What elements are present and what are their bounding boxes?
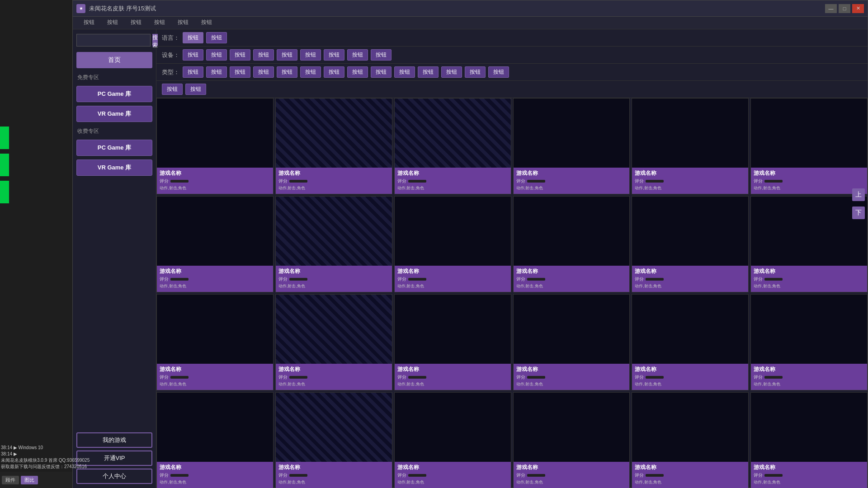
profile-button[interactable]: 个人中心	[76, 469, 152, 484]
free-pc-button[interactable]: PC Game 库	[76, 86, 152, 102]
type-btn-11[interactable]: 按钮	[418, 66, 439, 78]
game-rating-bar	[408, 474, 426, 477]
device-btn-8[interactable]: 按钮	[347, 49, 368, 61]
game-info: 游戏名称评分动作,射击,角色	[514, 168, 630, 194]
home-button[interactable]: 首页	[76, 52, 152, 68]
device-btn-1[interactable]: 按钮	[183, 49, 203, 61]
nav-tab-1[interactable]: 按钮	[78, 18, 100, 28]
type-btn-6[interactable]: 按钮	[300, 66, 321, 78]
game-info: 游戏名称评分动作,射击,角色	[157, 266, 273, 292]
nav-tab-3[interactable]: 按钮	[125, 18, 147, 28]
game-info: 游戏名称评分动作,射击,角色	[157, 462, 273, 488]
game-cell[interactable]: 游戏名称评分动作,射击,角色	[275, 294, 392, 390]
game-cell[interactable]: 游戏名称评分动作,射击,角色	[275, 98, 392, 194]
game-cell[interactable]: 游戏名称评分动作,射击,角色	[394, 196, 511, 292]
type-btn-14[interactable]: 按钮	[488, 66, 509, 78]
device-btn-4[interactable]: 按钮	[253, 49, 274, 61]
game-rating-label: 评分	[635, 276, 644, 282]
device-btn-7[interactable]: 按钮	[324, 49, 344, 61]
game-cell[interactable]: 游戏名称评分动作,射击,角色	[156, 196, 274, 292]
game-cell[interactable]: 游戏名称评分动作,射击,角色	[750, 294, 868, 390]
lang-btn-1[interactable]: 按钮	[183, 32, 203, 43]
game-cell[interactable]: 游戏名称评分动作,射击,角色	[513, 98, 630, 194]
game-thumbnail	[276, 393, 392, 462]
type-btn-extra-1[interactable]: 按钮	[162, 84, 183, 95]
game-thumbnail	[276, 295, 392, 364]
game-cell[interactable]: 游戏名称评分动作,射击,角色	[513, 392, 630, 488]
type-btn-13[interactable]: 按钮	[465, 66, 486, 78]
game-rating-row: 评分	[516, 374, 627, 380]
game-rating-row: 评分	[635, 276, 745, 282]
game-thumbnail	[632, 99, 748, 168]
lang-btn-2[interactable]: 按钮	[206, 32, 227, 43]
type-btn-2[interactable]: 按钮	[206, 66, 227, 78]
game-rating-bar	[170, 180, 189, 183]
type-btn-5[interactable]: 按钮	[277, 66, 297, 78]
game-cell[interactable]: 游戏名称评分动作,射击,角色	[632, 196, 749, 292]
device-btn-2[interactable]: 按钮	[206, 49, 227, 61]
type-btn-3[interactable]: 按钮	[230, 66, 250, 78]
game-tags: 动作,射击,角色	[397, 185, 508, 191]
game-info: 游戏名称评分动作,射击,角色	[632, 462, 748, 488]
device-btn-3[interactable]: 按钮	[230, 49, 250, 61]
paid-vr-button[interactable]: VR Game 库	[76, 160, 152, 176]
time-2: 38:14 ▶	[1, 451, 90, 457]
nav-tab-5[interactable]: 按钮	[172, 18, 194, 28]
game-rating-row: 评分	[754, 472, 864, 479]
game-rating-bar	[408, 278, 426, 281]
maximize-button[interactable]: □	[839, 4, 850, 13]
type-btn-7[interactable]: 按钮	[324, 66, 344, 78]
game-title: 游戏名称	[635, 464, 745, 471]
game-cell[interactable]: 游戏名称评分动作,射击,角色	[632, 294, 749, 390]
game-cell[interactable]: 游戏名称评分动作,射击,角色	[394, 98, 511, 194]
game-tags: 动作,射击,角色	[278, 185, 389, 191]
game-thumbnail	[514, 197, 630, 266]
game-cell[interactable]: 游戏名称评分动作,射击,角色	[750, 98, 868, 194]
game-cell[interactable]: 游戏名称评分动作,射击,角色	[513, 294, 630, 390]
type-btn-1[interactable]: 按钮	[183, 66, 203, 78]
game-cell[interactable]: 游戏名称评分动作,射击,角色	[513, 196, 630, 292]
taskbar-item-1[interactable]: 顾件	[2, 476, 19, 484]
search-input[interactable]	[76, 34, 151, 47]
nav-tab-2[interactable]: 按钮	[102, 18, 123, 28]
type-filter-row-2: 按钮 按钮	[156, 81, 868, 98]
game-cell[interactable]: 游戏名称评分动作,射击,角色	[275, 196, 392, 292]
game-thumbnail	[395, 295, 511, 364]
device-btn-6[interactable]: 按钮	[300, 49, 321, 61]
type-btn-12[interactable]: 按钮	[441, 66, 462, 78]
game-tags: 动作,射击,角色	[635, 185, 745, 191]
paid-pc-button[interactable]: PC Game 库	[76, 140, 152, 156]
type-btn-9[interactable]: 按钮	[371, 66, 392, 78]
game-tags: 动作,射击,角色	[635, 381, 745, 387]
game-cell[interactable]: 游戏名称评分动作,射击,角色	[156, 98, 274, 194]
game-rating-label: 评分	[635, 178, 644, 184]
game-cell[interactable]: 游戏名称评分动作,射击,角色	[394, 392, 511, 488]
game-cell[interactable]: 游戏名称评分动作,射击,角色	[632, 98, 749, 194]
game-cell[interactable]: 游戏名称评分动作,射击,角色	[275, 392, 392, 488]
game-cell[interactable]: 游戏名称评分动作,射击,角色	[394, 294, 511, 390]
nav-tab-4[interactable]: 按钮	[149, 18, 170, 28]
type-btn-10[interactable]: 按钮	[394, 66, 415, 78]
minimize-button[interactable]: —	[825, 4, 837, 13]
free-vr-button[interactable]: VR Game 库	[76, 106, 152, 122]
device-btn-5[interactable]: 按钮	[277, 49, 297, 61]
type-btn-extra-2[interactable]: 按钮	[185, 84, 206, 95]
game-cell[interactable]: 游戏名称评分动作,射击,角色	[750, 196, 868, 292]
game-cell[interactable]: 游戏名称评分动作,射击,角色	[156, 294, 274, 390]
game-cell[interactable]: 游戏名称评分动作,射击,角色	[632, 392, 749, 488]
game-cell[interactable]: 游戏名称评分动作,射击,角色	[750, 392, 868, 488]
top-nav: 按钮 按钮 按钮 按钮 按钮 按钮	[73, 17, 868, 29]
scroll-down-button[interactable]: 下	[852, 206, 865, 219]
game-rating-row: 评分	[278, 472, 389, 479]
game-info: 游戏名称评分动作,射击,角色	[157, 364, 273, 390]
scroll-up-button[interactable]: 上	[852, 188, 865, 201]
nav-tab-6[interactable]: 按钮	[196, 18, 217, 28]
game-rating-label: 评分	[516, 472, 525, 479]
game-cell[interactable]: 游戏名称评分动作,射击,角色	[156, 392, 274, 488]
device-btn-9[interactable]: 按钮	[371, 49, 392, 61]
game-title: 游戏名称	[754, 464, 864, 471]
close-button[interactable]: ✕	[852, 4, 864, 13]
type-btn-4[interactable]: 按钮	[253, 66, 274, 78]
taskbar-item-2[interactable]: 图比	[21, 476, 38, 484]
type-btn-8[interactable]: 按钮	[347, 66, 368, 78]
